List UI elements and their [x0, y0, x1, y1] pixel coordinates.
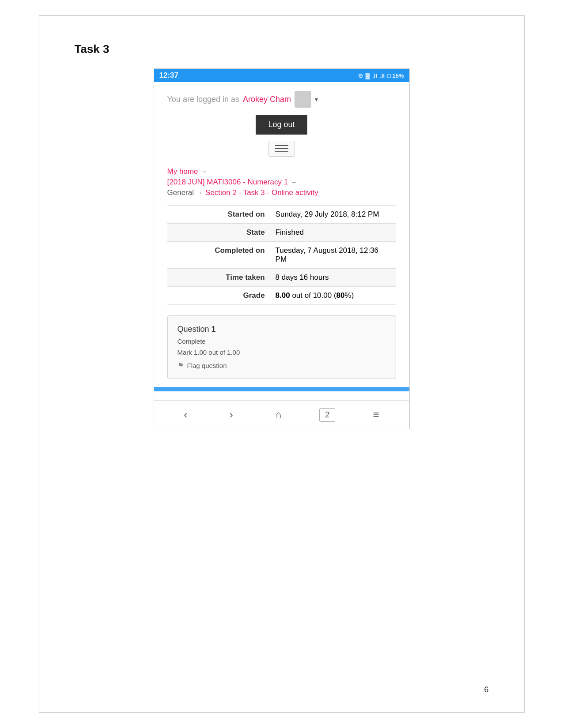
question-mark: Mark 1.00 out of 1.00	[178, 349, 386, 356]
avatar	[295, 91, 311, 108]
breadcrumb-row-3: General → Section 2 - Task 3 - Online ac…	[167, 188, 396, 197]
status-icons: ⊙ ▓ .ll .ll □ 15%	[358, 72, 404, 79]
page-number: 6	[484, 685, 488, 694]
menu-icon: ≡	[373, 409, 379, 421]
table-row: Grade 8.00 out of 10.00 (80%)	[167, 287, 396, 305]
page-container: Task 3 12:37 ⊙ ▓ .ll .ll □ 15% You are l…	[39, 15, 525, 713]
question-number: 1	[212, 325, 216, 334]
label-grade: Grade	[167, 287, 270, 305]
signal-icon: ▓	[366, 72, 370, 79]
breadcrumb-general: General	[167, 188, 194, 197]
table-row: Started on Sunday, 29 July 2018, 8:12 PM	[167, 206, 396, 224]
breadcrumb-current: Section 2 - Task 3 - Online activity	[205, 188, 318, 197]
logout-button[interactable]: Log out	[256, 115, 307, 135]
breadcrumb-myhome[interactable]: My home	[167, 167, 198, 176]
home-icon: ⌂	[275, 409, 282, 421]
battery-icon: □ 15%	[387, 72, 404, 79]
value-completed-on: Tuesday, 7 August 2018, 12:36 PM	[270, 242, 396, 269]
breadcrumb-course[interactable]: [2018 JUN] MATI3006 - Numeracy 1	[167, 178, 288, 187]
blue-strip	[154, 387, 409, 391]
value-grade: 8.00 out of 10.00 (80%)	[270, 287, 396, 305]
label-state: State	[167, 224, 270, 242]
signal2-icon: .ll	[372, 72, 377, 79]
question-card: Question 1 Complete Mark 1.00 out of 1.0…	[167, 315, 396, 379]
value-state: Finished	[270, 224, 396, 242]
hamburger-button[interactable]	[268, 141, 295, 157]
table-row: State Finished	[167, 224, 396, 242]
breadcrumb-arrow-2: →	[291, 179, 297, 186]
breadcrumb-row-2: [2018 JUN] MATI3006 - Numeracy 1 →	[167, 178, 396, 187]
info-table: Started on Sunday, 29 July 2018, 8:12 PM…	[167, 205, 396, 305]
status-time: 12:37	[159, 71, 178, 80]
forward-icon: ›	[230, 409, 233, 421]
flag-icon: ⚑	[178, 361, 184, 370]
status-bar: 12:37 ⊙ ▓ .ll .ll □ 15%	[154, 69, 409, 82]
phone-content: You are logged in as Arokey Cham ▾ Log o…	[154, 82, 409, 400]
user-name: Arokey Cham	[243, 95, 291, 104]
flag-question-row[interactable]: ⚑ Flag question	[178, 361, 386, 370]
breadcrumb: My home → [2018 JUN] MATI3006 - Numeracy…	[167, 167, 396, 197]
breadcrumb-row-1: My home →	[167, 167, 396, 176]
back-button[interactable]: ‹	[179, 407, 192, 423]
value-time-taken: 8 days 16 hours	[270, 269, 396, 287]
menu-button[interactable]: ≡	[369, 407, 384, 423]
table-row: Completed on Tuesday, 7 August 2018, 12:…	[167, 242, 396, 269]
logged-in-row: You are logged in as Arokey Cham ▾	[167, 91, 396, 108]
hamburger-line-2	[275, 148, 288, 149]
task-heading: Task 3	[75, 42, 489, 56]
question-label: Question	[178, 325, 209, 334]
hamburger-line-3	[275, 151, 288, 152]
question-title: Question 1	[178, 325, 386, 334]
value-started-on: Sunday, 29 July 2018, 8:12 PM	[270, 206, 396, 224]
flag-label: Flag question	[187, 362, 227, 369]
page-number-button[interactable]: 2	[319, 408, 335, 422]
question-status: Complete	[178, 338, 386, 345]
label-time-taken: Time taken	[167, 269, 270, 287]
table-row: Time taken 8 days 16 hours	[167, 269, 396, 287]
forward-button[interactable]: ›	[225, 407, 238, 423]
wifi-icon: ⊙	[358, 72, 363, 79]
signal3-icon: .ll	[380, 72, 385, 79]
home-button[interactable]: ⌂	[271, 407, 286, 423]
label-started-on: Started on	[167, 206, 270, 224]
dropdown-arrow-icon[interactable]: ▾	[315, 96, 318, 103]
logged-in-label: You are logged in as	[167, 95, 239, 104]
hamburger-line-1	[275, 145, 288, 146]
breadcrumb-arrow-3: →	[196, 189, 203, 196]
phone-frame: 12:37 ⊙ ▓ .ll .ll □ 15% You are logged i…	[154, 68, 410, 429]
bottom-nav: ‹ › ⌂ 2 ≡	[154, 400, 409, 429]
page-num-label: 2	[325, 410, 329, 419]
label-completed-on: Completed on	[167, 242, 270, 269]
back-icon: ‹	[184, 409, 187, 421]
breadcrumb-arrow-1: →	[200, 168, 207, 175]
